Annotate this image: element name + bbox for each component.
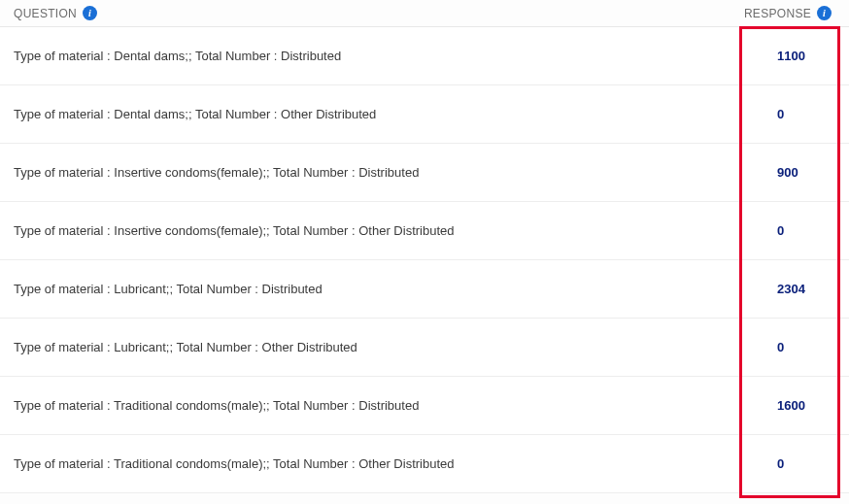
response-cell[interactable]: 0 — [773, 456, 832, 471]
table-row: Type of material : Dental dams;; Total N… — [0, 27, 849, 85]
question-cell: Type of material : Dental dams;; Total N… — [14, 107, 773, 121]
table-row: Type of material : Insertive condoms(fem… — [0, 144, 849, 202]
table-row: Type of material : Insertive condoms(fem… — [0, 202, 849, 260]
response-header: RESPONSE i — [744, 6, 832, 20]
question-header-label: QUESTION — [14, 7, 77, 20]
response-cell[interactable]: 1100 — [773, 49, 832, 63]
table-header-row: QUESTION i RESPONSE i — [0, 0, 849, 27]
response-cell[interactable]: 0 — [773, 340, 832, 354]
table-row: Type of material : Traditional condoms(m… — [0, 377, 849, 435]
question-cell: Type of material : Lubricant;; Total Num… — [14, 282, 773, 296]
info-icon[interactable]: i — [83, 6, 97, 20]
response-header-label: RESPONSE — [744, 7, 811, 20]
info-icon[interactable]: i — [817, 6, 832, 20]
question-header: QUESTION i — [14, 6, 97, 20]
response-cell[interactable]: 2304 — [773, 282, 832, 296]
question-cell: Type of material : Traditional condoms(m… — [14, 398, 773, 413]
question-cell: Type of material : Traditional condoms(m… — [14, 456, 773, 471]
question-cell: Type of material : Insertive condoms(fem… — [14, 165, 773, 180]
table-row: Type of material : Traditional condoms(m… — [0, 435, 849, 493]
question-cell: Type of material : Lubricant;; Total Num… — [14, 340, 773, 354]
question-cell: Type of material : Dental dams;; Total N… — [14, 49, 773, 63]
question-cell: Type of material : Insertive condoms(fem… — [14, 223, 773, 238]
response-cell[interactable]: 0 — [773, 223, 832, 238]
table-row: Type of material : Lubricant;; Total Num… — [0, 319, 849, 377]
table-row: Type of material : Dental dams;; Total N… — [0, 85, 849, 144]
response-cell[interactable]: 0 — [773, 107, 832, 121]
table-body: Type of material : Dental dams;; Total N… — [0, 27, 849, 493]
response-cell[interactable]: 900 — [773, 165, 832, 180]
response-cell[interactable]: 1600 — [773, 398, 832, 413]
table-row: Type of material : Lubricant;; Total Num… — [0, 260, 849, 319]
